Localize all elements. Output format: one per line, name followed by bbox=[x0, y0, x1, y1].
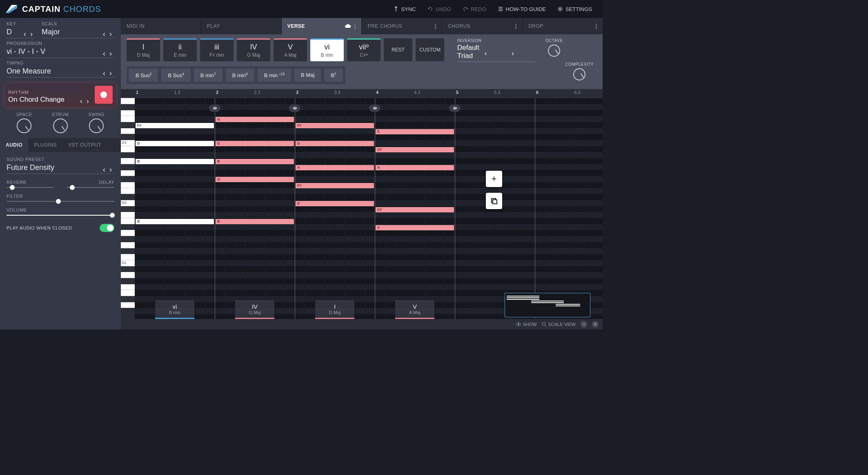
tab-verse[interactable]: VERSE bbox=[281, 18, 362, 34]
note[interactable]: C# bbox=[376, 207, 454, 212]
boundary-handle[interactable] bbox=[449, 105, 461, 112]
note[interactable]: G bbox=[216, 117, 294, 122]
note[interactable]: D bbox=[136, 141, 214, 146]
space-knob[interactable] bbox=[17, 118, 31, 133]
zoom-out-button[interactable]: − bbox=[581, 321, 587, 328]
octave-knob[interactable] bbox=[548, 45, 560, 57]
boundary-handle[interactable] bbox=[209, 105, 220, 112]
variant-button[interactable]: B Maj bbox=[294, 69, 321, 82]
note[interactable]: A bbox=[296, 165, 374, 170]
chord-region-label[interactable]: IVG Maj bbox=[235, 300, 274, 319]
settings-button[interactable]: SETTINGS bbox=[552, 0, 598, 18]
minimap[interactable] bbox=[505, 293, 590, 317]
chevron-left-icon[interactable]: ‹ bbox=[103, 30, 108, 35]
sync-button[interactable]: SYNC bbox=[387, 0, 422, 18]
progression-selector[interactable]: vi - IV - I - V ‹› bbox=[7, 47, 114, 58]
chord-button-viiº[interactable]: viiºC♯º bbox=[347, 38, 381, 61]
complexity-knob[interactable] bbox=[573, 68, 585, 80]
timing-selector[interactable]: One Measure ‹› bbox=[7, 66, 114, 78]
tab-pre-chorus[interactable]: PRE CHORUS bbox=[361, 18, 442, 34]
play-audio-closed-toggle[interactable] bbox=[100, 224, 114, 232]
scale-selector[interactable]: Major ‹› bbox=[42, 27, 114, 38]
chevron-right-icon[interactable]: › bbox=[30, 30, 35, 35]
ruler[interactable]: 11.322.333.344.355.366.3 bbox=[121, 89, 603, 98]
inversion-selector[interactable]: Default Triad ‹› bbox=[457, 44, 535, 62]
chord-button-i[interactable]: ID Maj bbox=[127, 38, 160, 61]
undo-button[interactable]: UNDO bbox=[422, 0, 457, 18]
note[interactable]: D bbox=[296, 201, 374, 206]
chevron-left-icon[interactable]: ‹ bbox=[103, 49, 108, 54]
chevron-right-icon[interactable]: › bbox=[109, 165, 114, 170]
more-icon[interactable] bbox=[515, 24, 516, 29]
chevron-right-icon[interactable]: › bbox=[87, 97, 91, 102]
chevron-left-icon[interactable]: ‹ bbox=[80, 97, 85, 102]
note[interactable]: D bbox=[296, 141, 374, 146]
chord-button-iii[interactable]: iiiF♯ min bbox=[200, 38, 234, 61]
custom-button[interactable]: CUSTOM bbox=[416, 38, 444, 61]
note[interactable]: F# bbox=[136, 123, 214, 128]
note[interactable]: B bbox=[216, 219, 294, 224]
swing-knob[interactable] bbox=[89, 118, 104, 133]
tab-midi-in[interactable]: MIDI IN bbox=[121, 18, 201, 34]
reverb-slider[interactable] bbox=[7, 187, 54, 188]
chevron-left-icon[interactable]: ‹ bbox=[485, 49, 508, 54]
tab-drop[interactable]: DROP bbox=[522, 18, 603, 34]
howto-guide-button[interactable]: HOW-TO GUIDE bbox=[492, 0, 552, 18]
note[interactable]: A bbox=[376, 225, 454, 230]
rhythm-selector[interactable]: On Chord Change ‹› bbox=[8, 96, 91, 104]
key-selector[interactable]: D ‹› bbox=[7, 27, 35, 38]
note[interactable]: E bbox=[376, 129, 454, 134]
zoom-in-button[interactable]: + bbox=[592, 321, 599, 328]
more-icon[interactable] bbox=[435, 24, 436, 29]
note[interactable]: C# bbox=[376, 147, 454, 152]
sound-preset-selector[interactable]: Future Density ‹› bbox=[7, 163, 114, 174]
chevron-right-icon[interactable]: › bbox=[109, 49, 114, 54]
strum-knob[interactable] bbox=[53, 118, 68, 133]
variant-button[interactable]: B Sus4 bbox=[161, 69, 190, 82]
note-grid[interactable]: F#DBBGDBGBF#DAF#DEC#AC#AviB minIVG MajID… bbox=[135, 98, 603, 319]
duplicate-button[interactable] bbox=[486, 193, 502, 209]
show-button[interactable]: SHOW bbox=[516, 322, 537, 327]
chevron-left-icon[interactable]: ‹ bbox=[103, 69, 108, 74]
tab-audio[interactable]: AUDIO bbox=[0, 138, 28, 152]
note[interactable]: F# bbox=[296, 123, 374, 128]
note[interactable]: B bbox=[136, 159, 214, 164]
boundary-handle[interactable] bbox=[369, 105, 381, 112]
chord-button-v[interactable]: VA Maj bbox=[274, 38, 307, 61]
chevron-left-icon[interactable]: ‹ bbox=[24, 30, 29, 35]
record-button[interactable] bbox=[95, 86, 113, 104]
tab-chorus[interactable]: CHORUS bbox=[442, 18, 522, 34]
boundary-handle[interactable] bbox=[289, 105, 300, 112]
cloud-icon[interactable] bbox=[345, 24, 351, 29]
chevron-right-icon[interactable]: › bbox=[512, 49, 535, 54]
tab-vst-output[interactable]: VST OUTPUT bbox=[62, 138, 107, 152]
scale-view-button[interactable]: SCALE VIEW bbox=[542, 322, 576, 327]
tab-plugins[interactable]: PLUGINS bbox=[28, 138, 62, 152]
chord-region-label[interactable]: ID Maj bbox=[315, 300, 354, 319]
chord-region-label[interactable]: VA Maj bbox=[395, 300, 434, 319]
tab-play[interactable]: PLAY bbox=[201, 18, 281, 34]
note[interactable]: B bbox=[136, 219, 214, 224]
chord-region-label[interactable]: viB min bbox=[155, 300, 194, 319]
redo-button[interactable]: REDO bbox=[457, 0, 492, 18]
chord-button-vi[interactable]: viB min bbox=[310, 38, 344, 61]
piano-keys[interactable]: D3D2D1 bbox=[121, 98, 135, 319]
chevron-right-icon[interactable]: › bbox=[109, 69, 114, 74]
variant-button[interactable]: B min9 bbox=[226, 69, 254, 82]
chevron-left-icon[interactable]: ‹ bbox=[103, 165, 108, 170]
variant-button[interactable]: B min ♭13 bbox=[258, 69, 291, 82]
delay-slider[interactable] bbox=[67, 187, 114, 188]
chord-button-iv[interactable]: IVG Maj bbox=[237, 38, 270, 61]
note[interactable]: F# bbox=[296, 183, 374, 188]
note[interactable]: A bbox=[376, 165, 454, 170]
chord-button-ii[interactable]: iiE min bbox=[163, 38, 197, 61]
volume-slider[interactable] bbox=[7, 215, 114, 216]
more-icon[interactable] bbox=[354, 24, 356, 29]
chevron-right-icon[interactable]: › bbox=[109, 30, 114, 35]
variant-button[interactable]: B min7 bbox=[194, 69, 223, 82]
note[interactable]: G bbox=[216, 177, 294, 182]
note[interactable]: B bbox=[216, 159, 294, 164]
more-icon[interactable] bbox=[596, 24, 597, 29]
filter-slider[interactable] bbox=[7, 201, 114, 202]
variant-button[interactable]: B7 bbox=[324, 69, 343, 82]
